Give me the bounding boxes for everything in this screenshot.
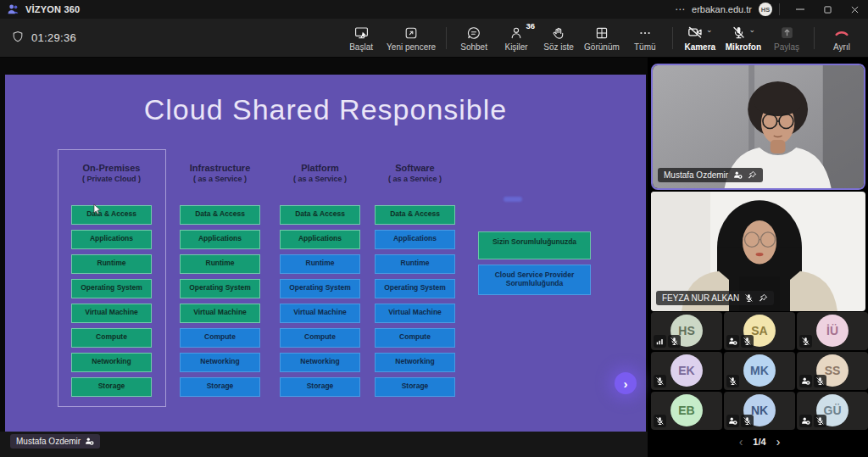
grid-pagination: ‹ 1/4 ›	[651, 435, 868, 449]
window-title: VİZYON 360	[25, 4, 80, 14]
chat-button[interactable]: Sohbet	[453, 19, 495, 57]
column-subtitle: ( Private Cloud )	[53, 175, 171, 183]
participant-name-label: FEYZA NUR ALKAN	[656, 291, 774, 305]
layer-box: Operating System	[280, 279, 360, 298]
people-button[interactable]: 36 Kişiler	[495, 19, 537, 57]
participant-tile[interactable]: MK	[724, 352, 795, 390]
screen-share-icon	[354, 25, 369, 40]
participant-tile[interactable]: HS	[651, 312, 722, 350]
participant-tile[interactable]: EK	[651, 352, 722, 390]
mic-off-icon	[814, 415, 826, 427]
titlebar-more-icon[interactable]: ⋯	[668, 3, 692, 15]
mouse-cursor	[93, 203, 103, 220]
column-boxes: Data & AccessApplicationsRuntimeOperatin…	[375, 205, 455, 402]
view-button[interactable]: Görünüm	[580, 19, 624, 57]
participant-tile[interactable]: SS	[797, 352, 868, 390]
layer-box: Storage	[375, 377, 455, 397]
avatar: EK	[670, 354, 703, 387]
layer-box: Storage	[180, 377, 260, 397]
column-title: On-Premises	[53, 163, 171, 173]
video-tile-feyza[interactable]: FEYZA NUR ALKAN	[651, 192, 865, 311]
layer-box: Virtual Machine	[375, 304, 455, 323]
participant-tile[interactable]: NK	[724, 392, 795, 430]
tile-badges	[799, 335, 812, 348]
shared-screen-stage: Cloud Shared Responsible On-Premises( Pr…	[0, 58, 648, 457]
column-header: Software( as a Service )	[356, 163, 475, 183]
layer-box: Runtime	[280, 254, 360, 274]
pin-icon	[748, 170, 757, 180]
share-button: Paylaş	[765, 19, 808, 57]
tile-badges	[799, 415, 826, 427]
annotation-mark	[504, 197, 522, 202]
ellipsis-icon	[638, 25, 652, 40]
layer-box: Runtime	[180, 254, 260, 274]
layer-box: Applications	[375, 230, 455, 249]
raised-hand-icon	[552, 25, 565, 40]
video-tile-mustafa[interactable]: Mustafa Ozdemir	[651, 64, 865, 190]
teams-app-icon	[7, 3, 19, 16]
participant-tile[interactable]: GÜ	[797, 392, 868, 430]
presenter-icon	[799, 415, 812, 427]
mic-off-icon	[799, 335, 812, 348]
participant-tile[interactable]: EB	[651, 392, 722, 430]
avatar: EB	[670, 394, 703, 426]
hang-up-icon	[834, 25, 849, 40]
shield-icon	[12, 31, 24, 46]
layer-box: Virtual Machine	[280, 304, 360, 323]
signal-icon	[654, 335, 666, 348]
account-avatar[interactable]: HS	[759, 3, 772, 16]
new-window-button[interactable]: Yeni pencere	[382, 19, 440, 57]
leave-label: Ayrıl	[833, 42, 850, 52]
mic-off-icon	[654, 415, 666, 427]
people-count-badge: 36	[526, 21, 536, 31]
layer-box: Data & Access	[375, 205, 455, 225]
meeting-timer: 01:29:36	[31, 31, 76, 44]
account-domain: erbakan.edu.tr	[692, 4, 752, 14]
layer-box: Networking	[280, 353, 360, 372]
presentation-slide: Cloud Shared Responsible On-Premises( Pr…	[5, 75, 646, 432]
legend-box: Cloud Service Provider Sorumluluğunda	[478, 265, 591, 295]
tile-badges	[726, 415, 754, 427]
presenter-icon	[85, 437, 94, 446]
minimize-button[interactable]	[787, 0, 814, 19]
slide-legend: Sizin SorumluluğunuzdaCloud Service Prov…	[478, 231, 591, 295]
maximize-button[interactable]	[814, 0, 841, 19]
column-title: Software	[356, 163, 475, 173]
raise-hand-label: Söz iste	[543, 42, 574, 52]
more-button[interactable]: Tümü	[624, 19, 666, 57]
layer-box: Data & Access	[71, 205, 152, 225]
mic-off-icon	[668, 335, 681, 348]
layer-box: Compute	[71, 328, 152, 348]
presenter-icon	[799, 375, 812, 387]
microphone-button[interactable]: ⌄ Mikrofon	[721, 19, 765, 57]
mic-off-icon	[732, 25, 746, 40]
leave-button[interactable]: Ayrıl	[821, 19, 863, 57]
meeting-window: VİZYON 360 ⋯ erbakan.edu.tr HS 01:29:36	[0, 0, 868, 457]
avatar: İÜ	[816, 315, 849, 347]
camera-label: Kamera	[684, 42, 715, 52]
previous-page-button[interactable]: ‹	[739, 435, 743, 449]
chevron-down-icon[interactable]: ⌄	[706, 25, 713, 34]
tile-badges	[654, 415, 666, 427]
chevron-down-icon[interactable]: ⌄	[749, 25, 756, 34]
start-share-button[interactable]: Başlat	[340, 19, 382, 57]
tile-badges	[799, 375, 826, 387]
column-boxes: Data & AccessApplicationsRuntimeOperatin…	[280, 205, 360, 402]
close-button[interactable]	[841, 0, 868, 19]
presenter-name-pill: Mustafa Ozdemir	[10, 434, 100, 449]
layer-box: Networking	[71, 353, 152, 372]
participant-tile[interactable]: SA	[724, 312, 795, 350]
participant-tile[interactable]: İÜ	[797, 312, 868, 350]
share-label: Paylaş	[774, 42, 799, 52]
raise-hand-button[interactable]: Söz iste	[537, 19, 580, 57]
layer-box: Compute	[180, 328, 260, 348]
participant-name-label: Mustafa Ozdemir	[658, 168, 763, 182]
column-boxes: Data & AccessApplicationsRuntimeOperatin…	[180, 205, 260, 402]
next-page-button[interactable]: ›	[776, 435, 781, 449]
layer-box: Virtual Machine	[71, 304, 152, 323]
presenter-icon	[726, 415, 739, 427]
camera-button[interactable]: ⌄ Kamera	[679, 19, 721, 57]
page-indicator: 1/4	[753, 437, 765, 447]
layer-box: Networking	[375, 353, 455, 372]
legend-box: Sizin Sorumluluğunuzda	[478, 231, 591, 259]
